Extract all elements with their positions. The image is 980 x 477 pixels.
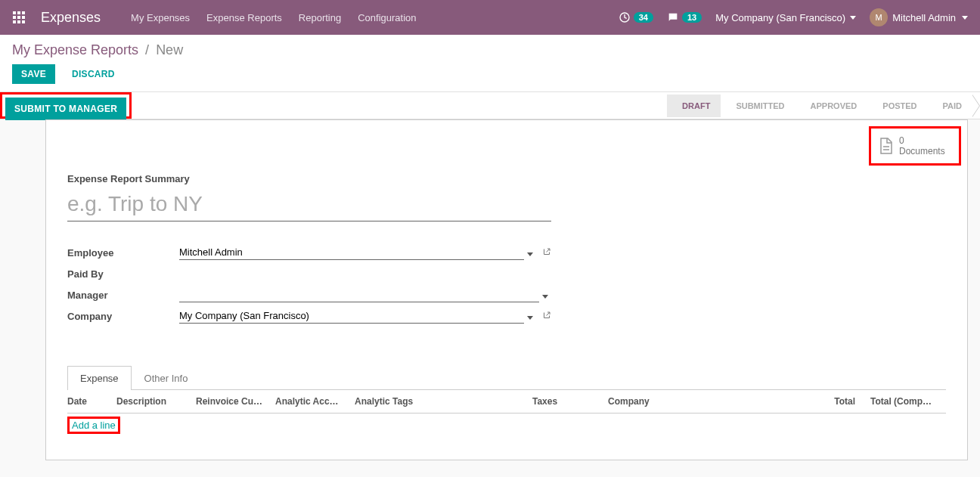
company-name: My Company (San Francisco) — [715, 12, 845, 23]
nav-expense-reports[interactable]: Expense Reports — [206, 12, 282, 23]
tab-expense[interactable]: Expense — [67, 366, 132, 390]
tab-other-info[interactable]: Other Info — [132, 366, 201, 390]
employee-external-link-icon[interactable] — [542, 247, 551, 259]
apps-icon[interactable] — [12, 11, 26, 24]
status-posted[interactable]: POSTED — [867, 94, 927, 117]
manager-label: Manager — [67, 290, 179, 301]
col-date[interactable]: Date — [67, 396, 116, 407]
documents-label: Documents — [899, 146, 945, 156]
add-line-highlight-box: Add a line — [67, 417, 120, 434]
breadcrumb: My Expense Reports / New — [12, 42, 968, 58]
company-field[interactable] — [179, 308, 524, 324]
document-icon — [876, 135, 895, 156]
employee-field[interactable] — [179, 245, 524, 260]
company-label: Company — [67, 311, 179, 322]
company-switcher[interactable]: My Company (San Francisco) — [715, 12, 856, 23]
save-button[interactable]: SAVE — [12, 64, 55, 84]
user-avatar: M — [870, 8, 888, 26]
employee-dropdown-icon[interactable] — [524, 247, 536, 259]
nav-configuration[interactable]: Configuration — [358, 12, 416, 23]
expense-grid-header: Date Description Reinvoice Cu… Analytic … — [67, 390, 946, 414]
documents-count: 0 — [899, 135, 945, 146]
add-a-line-link[interactable]: Add a line — [70, 419, 118, 432]
documents-stat-button[interactable]: 0 Documents — [873, 131, 957, 161]
col-company[interactable]: Company — [608, 396, 714, 407]
breadcrumb-parent[interactable]: My Expense Reports — [12, 42, 138, 57]
documents-highlight-box: 0 Documents — [869, 126, 961, 166]
user-name: Mitchell Admin — [892, 12, 956, 23]
status-approved[interactable]: APPROVED — [795, 94, 868, 117]
report-title-input[interactable] — [67, 189, 551, 221]
col-description[interactable]: Description — [116, 396, 196, 407]
nav-my-expenses[interactable]: My Expenses — [131, 12, 190, 23]
discuss-indicator[interactable]: 13 — [667, 11, 702, 23]
breadcrumb-separator: / — [145, 42, 149, 57]
caret-down-icon — [850, 16, 856, 20]
user-menu[interactable]: M Mitchell Admin — [870, 8, 968, 26]
activity-count: 34 — [634, 12, 653, 23]
discard-button[interactable]: DISCARD — [63, 64, 124, 84]
activity-indicator[interactable]: 34 — [619, 11, 653, 23]
nav-reporting[interactable]: Reporting — [299, 12, 341, 23]
summary-label: Expense Report Summary — [67, 173, 946, 184]
company-dropdown-icon[interactable] — [524, 311, 536, 322]
status-draft[interactable]: DRAFT — [667, 94, 721, 117]
manager-field[interactable] — [179, 287, 539, 302]
col-reinvoice[interactable]: Reinvoice Cu… — [196, 396, 275, 407]
col-analytic-tags[interactable]: Analytic Tags — [355, 396, 532, 407]
discuss-count: 13 — [682, 12, 702, 23]
notebook-tabs: Expense Other Info — [67, 365, 946, 390]
col-analytic-account[interactable]: Analytic Acc… — [275, 396, 355, 407]
submit-highlight-box: SUBMIT TO MANAGER — [0, 92, 132, 119]
status-bar: DRAFT SUBMITTED APPROVED POSTED PAID — [667, 92, 980, 119]
breadcrumb-current: New — [156, 42, 183, 57]
col-total-company[interactable]: Total (Comp… — [863, 396, 946, 407]
status-paid[interactable]: PAID — [928, 94, 972, 117]
submit-to-manager-button[interactable]: SUBMIT TO MANAGER — [5, 98, 126, 120]
caret-down-icon — [962, 16, 968, 20]
employee-label: Employee — [67, 247, 179, 259]
status-submitted[interactable]: SUBMITTED — [721, 94, 795, 117]
form-sheet: 0 Documents Expense Report Summary Emplo… — [45, 119, 968, 460]
manager-dropdown-icon[interactable] — [539, 290, 551, 301]
form-scroll-area[interactable]: 0 Documents Expense Report Summary Emplo… — [0, 119, 980, 477]
col-taxes[interactable]: Taxes — [532, 396, 608, 407]
col-total[interactable]: Total — [810, 396, 863, 407]
company-external-link-icon[interactable] — [542, 311, 551, 322]
app-brand[interactable]: Expenses — [41, 10, 101, 26]
paid-by-label: Paid By — [67, 268, 179, 280]
